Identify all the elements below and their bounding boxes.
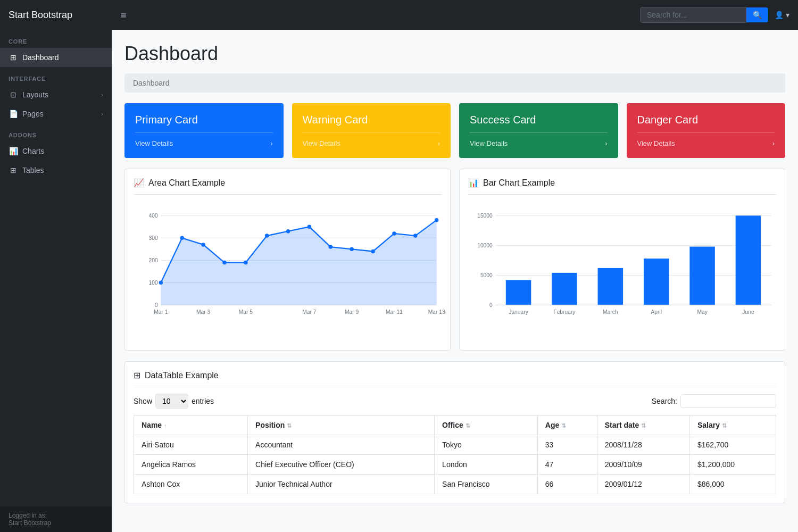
- stat-card-link-text-danger: View Details: [637, 139, 675, 147]
- svg-point-20: [371, 250, 375, 253]
- table-cell: San Francisco: [435, 475, 538, 494]
- charts-row: 📈 Area Chart Example 0100200300400Mar 1M…: [124, 169, 785, 351]
- layouts-icon: ⊡: [9, 90, 18, 99]
- sidebar-item-arrow-pages: ›: [101, 111, 103, 117]
- tables-icon: ⊞: [9, 166, 18, 174]
- col-header-salary[interactable]: Salary⇅: [689, 415, 776, 435]
- svg-rect-44: [598, 268, 624, 305]
- stat-card-success: Success Card View Details ›: [459, 103, 618, 158]
- table-cell: 2009/10/09: [597, 455, 689, 475]
- table-row: Ashton CoxJunior Technical AuthorSan Fra…: [134, 475, 776, 494]
- svg-point-14: [244, 261, 247, 264]
- stat-card-divider-danger: [637, 132, 775, 133]
- svg-text:Mar 1: Mar 1: [154, 309, 168, 315]
- svg-point-23: [435, 218, 438, 222]
- table-search-input[interactable]: [680, 394, 776, 408]
- search-form: 🔍: [640, 7, 768, 23]
- col-header-start-date[interactable]: Start date⇅: [597, 415, 689, 435]
- col-header-position[interactable]: Position⇅: [248, 415, 435, 435]
- stat-cards-row: Primary Card View Details › Warning Card…: [124, 103, 785, 158]
- dashboard-icon: ⊞: [9, 53, 18, 62]
- col-header-name[interactable]: Name↑: [134, 415, 248, 435]
- sort-icon: ⇅: [641, 422, 646, 429]
- table-controls: Show 10 25 50 100 entries Search:: [134, 394, 776, 409]
- stat-card-link-arrow-warning: ›: [438, 139, 440, 147]
- table-cell: Chief Executive Officer (CEO): [248, 455, 435, 475]
- user-icon: 👤: [775, 11, 784, 19]
- sidebar-item-dashboard[interactable]: ⊞ Dashboard: [0, 48, 112, 67]
- charts-icon: 📊: [9, 147, 18, 155]
- svg-rect-40: [506, 280, 531, 305]
- svg-point-22: [413, 234, 417, 237]
- svg-point-18: [329, 245, 332, 248]
- sidebar-section-core: CORE: [0, 30, 112, 48]
- stat-card-link-arrow-danger: ›: [772, 139, 775, 147]
- table-cell: London: [435, 455, 538, 475]
- datatable-card: ⊞ DataTable Example Show 10 25 50 100 en…: [124, 361, 785, 503]
- stat-card-link-success[interactable]: View Details ›: [470, 139, 608, 147]
- stat-card-danger: Danger Card View Details ›: [627, 103, 786, 158]
- stat-card-link-danger[interactable]: View Details ›: [637, 139, 775, 147]
- stat-card-title-danger: Danger Card: [637, 114, 775, 126]
- stat-card-link-warning[interactable]: View Details ›: [303, 139, 440, 147]
- table-search-wrap: Search:: [652, 394, 776, 408]
- svg-text:400: 400: [149, 213, 158, 219]
- table-cell: 2009/01/12: [597, 475, 689, 494]
- sidebar-item-layouts[interactable]: ⊡ Layouts ›: [0, 85, 112, 104]
- topnav: Start Bootstrap ≡ 🔍 👤 ▾: [0, 0, 798, 30]
- bar-chart-svg: 050001000015000JanuaryFebruaryMarchApril…: [468, 201, 776, 339]
- main-content: Dashboard Dashboard Primary Card View De…: [112, 30, 798, 532]
- footer-line2: Start Bootstrap: [9, 519, 103, 527]
- stat-card-link-text-primary: View Details: [135, 139, 173, 147]
- stat-card-divider-warning: [303, 132, 440, 133]
- sidebar-item-arrow-layouts: ›: [101, 92, 103, 98]
- svg-text:Mar 11: Mar 11: [386, 309, 403, 315]
- stat-card-title-success: Success Card: [470, 114, 608, 126]
- sidebar-item-tables[interactable]: ⊞ Tables: [0, 161, 112, 180]
- svg-text:June: June: [742, 309, 754, 315]
- svg-point-13: [222, 261, 226, 264]
- sidebar-toggle[interactable]: ≡: [120, 9, 127, 21]
- stat-card-title-warning: Warning Card: [303, 114, 440, 126]
- sidebar-item-pages[interactable]: 📄 Pages ›: [0, 104, 112, 123]
- area-chart-svg: 0100200300400Mar 1Mar 3Mar 5Mar 7Mar 9Ma…: [134, 201, 442, 339]
- stat-card-title-primary: Primary Card: [135, 114, 273, 126]
- svg-text:Mar 13: Mar 13: [428, 309, 445, 315]
- stat-card-divider-primary: [135, 132, 273, 133]
- search-input[interactable]: [640, 7, 746, 23]
- app-layout: CORE⊞ Dashboard INTERFACE⊡ Layouts ›📄 Pa…: [0, 30, 798, 532]
- sort-icon: ⇅: [722, 422, 727, 429]
- svg-text:January: January: [509, 309, 528, 315]
- svg-point-12: [201, 243, 205, 246]
- stat-card-warning: Warning Card View Details ›: [292, 103, 451, 158]
- table-cell: Junior Technical Author: [248, 475, 435, 494]
- sort-icon: ⇅: [561, 422, 566, 429]
- table-cell: Ashton Cox: [134, 475, 248, 494]
- svg-text:100: 100: [149, 280, 158, 286]
- col-header-office[interactable]: Office⇅: [435, 415, 538, 435]
- footer-line1: Logged in as:: [9, 512, 103, 519]
- stat-card-link-text-warning: View Details: [303, 139, 340, 147]
- col-header-age[interactable]: Age⇅: [537, 415, 597, 435]
- table-cell: Accountant: [248, 435, 435, 455]
- svg-rect-46: [644, 259, 669, 305]
- svg-point-11: [180, 236, 184, 240]
- stat-card-link-primary[interactable]: View Details ›: [135, 139, 273, 147]
- svg-point-10: [159, 281, 163, 285]
- stat-card-divider-success: [470, 132, 608, 133]
- svg-text:200: 200: [149, 257, 158, 263]
- table-cell: 47: [537, 455, 597, 475]
- svg-text:February: February: [553, 309, 576, 315]
- bar-chart-icon: 📊: [468, 178, 479, 188]
- search-button[interactable]: 🔍: [746, 7, 768, 22]
- sidebar-item-charts[interactable]: 📊 Charts: [0, 142, 112, 161]
- svg-text:Mar 7: Mar 7: [302, 309, 317, 315]
- svg-point-19: [350, 247, 353, 251]
- sidebar-footer: Logged in as: Start Bootstrap: [0, 506, 112, 532]
- svg-rect-42: [552, 273, 577, 305]
- breadcrumb: Dashboard: [124, 73, 785, 93]
- entries-select[interactable]: 10 25 50 100: [155, 394, 188, 409]
- sidebar-item-label-charts: Charts: [22, 147, 103, 155]
- user-menu[interactable]: 👤 ▾: [775, 11, 789, 19]
- show-entries-control: Show 10 25 50 100 entries: [134, 394, 214, 409]
